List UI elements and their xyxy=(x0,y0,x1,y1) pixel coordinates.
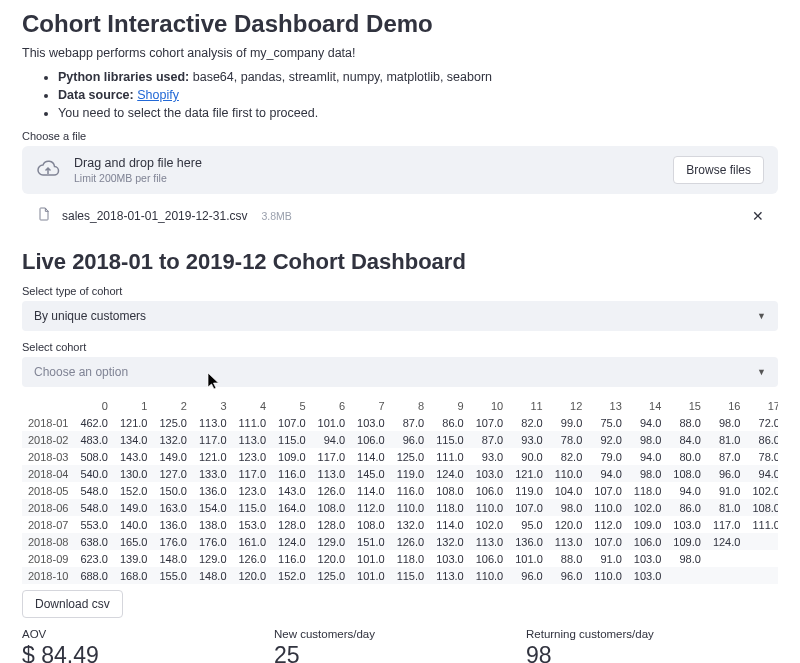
uploader-label: Choose a file xyxy=(22,130,778,142)
select-placeholder: Choose an option xyxy=(34,365,128,379)
cohort-table[interactable]: 012345678910111213141516171819 2018-0146… xyxy=(22,397,778,584)
table-header: 2 xyxy=(153,397,193,414)
browse-files-button[interactable]: Browse files xyxy=(673,156,764,184)
table-header: 4 xyxy=(233,397,273,414)
metric-label: Returning customers/day xyxy=(526,628,778,640)
table-header: 16 xyxy=(707,397,747,414)
page-title: Cohort Interactive Dashboard Demo xyxy=(22,10,778,38)
table-header: 17 xyxy=(746,397,778,414)
metric-label: AOV xyxy=(22,628,274,640)
drop-hint: Drag and drop file here xyxy=(74,156,202,170)
table-header: 12 xyxy=(549,397,589,414)
uploaded-file-name: sales_2018-01-01_2019-12-31.csv xyxy=(62,209,247,223)
remove-file-button[interactable]: ✕ xyxy=(752,208,764,224)
metrics-row: AOV $ 84.49 -$10.51 New customers/day 25… xyxy=(22,628,778,663)
table-row: 2018-07553.0140.0136.0138.0153.0128.0128… xyxy=(22,516,778,533)
metric-new-customers: New customers/day 25 -15.55% xyxy=(274,628,526,663)
file-icon xyxy=(36,206,52,225)
metric-value: 25 xyxy=(274,642,526,663)
table-header: 8 xyxy=(391,397,431,414)
table-row: 2018-01462.0121.0125.0113.0111.0107.0101… xyxy=(22,414,778,431)
download-csv-button[interactable]: Download csv xyxy=(22,590,123,618)
table-row: 2018-10688.0168.0155.0148.0120.0152.0125… xyxy=(22,567,778,584)
table-header: 5 xyxy=(272,397,312,414)
table-header: 14 xyxy=(628,397,668,414)
table-header: 6 xyxy=(312,397,352,414)
table-header: 10 xyxy=(470,397,510,414)
chevron-down-icon: ▼ xyxy=(757,311,766,321)
table-row: 2018-05548.0152.0150.0136.0123.0143.0126… xyxy=(22,482,778,499)
file-uploader[interactable]: Drag and drop file here Limit 200MB per … xyxy=(22,146,778,194)
table-header: 11 xyxy=(509,397,549,414)
uploaded-file-size: 3.8MB xyxy=(261,210,291,222)
dashboard-title: Live 2018-01 to 2019-12 Cohort Dashboard xyxy=(22,249,778,275)
metric-label: New customers/day xyxy=(274,628,526,640)
metric-returning-customers: Returning customers/day 98 -60.65% xyxy=(526,628,778,663)
table-header: 0 xyxy=(74,397,114,414)
metric-value: 98 xyxy=(526,642,778,663)
list-item-label: Data source: xyxy=(58,88,137,102)
cloud-upload-icon xyxy=(36,157,60,184)
list-item-label: Python libraries used: xyxy=(58,70,193,84)
list-item: Python libraries used: base64, pandas, s… xyxy=(58,70,778,84)
table-header: 7 xyxy=(351,397,391,414)
table-header: 3 xyxy=(193,397,233,414)
list-item: You need to select the data file first t… xyxy=(58,106,778,120)
uploaded-file-row: sales_2018-01-01_2019-12-31.csv 3.8MB ✕ xyxy=(22,202,778,231)
select-cohort-label: Select cohort xyxy=(22,341,778,353)
select-value: By unique customers xyxy=(34,309,146,323)
select-type-label: Select type of cohort xyxy=(22,285,778,297)
table-row: 2018-06548.0149.0163.0154.0115.0164.0108… xyxy=(22,499,778,516)
info-list: Python libraries used: base64, pandas, s… xyxy=(22,70,778,120)
table-row: 2018-09623.0139.0148.0129.0126.0116.0120… xyxy=(22,550,778,567)
table-header: 13 xyxy=(588,397,628,414)
table-row: 2018-02483.0134.0132.0117.0113.0115.094.… xyxy=(22,431,778,448)
table-row: 2018-03508.0143.0149.0121.0123.0109.0117… xyxy=(22,448,778,465)
table-header: 9 xyxy=(430,397,470,414)
metric-value: $ 84.49 xyxy=(22,642,274,663)
limit-hint: Limit 200MB per file xyxy=(74,172,202,184)
chevron-down-icon: ▼ xyxy=(757,367,766,377)
data-source-link[interactable]: Shopify xyxy=(137,88,179,102)
list-item-value: base64, pandas, streamlit, numpy, matplo… xyxy=(193,70,492,84)
page-description: This webapp performs cohort analysis of … xyxy=(22,46,778,60)
table-row: 2018-08638.0165.0176.0176.0161.0124.0129… xyxy=(22,533,778,550)
table-header: 15 xyxy=(667,397,707,414)
cohort-select[interactable]: Choose an option ▼ xyxy=(22,357,778,387)
cohort-type-select[interactable]: By unique customers ▼ xyxy=(22,301,778,331)
table-header: 1 xyxy=(114,397,154,414)
table-row: 2018-04540.0130.0127.0133.0117.0116.0113… xyxy=(22,465,778,482)
metric-aov: AOV $ 84.49 -$10.51 xyxy=(22,628,274,663)
list-item: Data source: Shopify xyxy=(58,88,778,102)
